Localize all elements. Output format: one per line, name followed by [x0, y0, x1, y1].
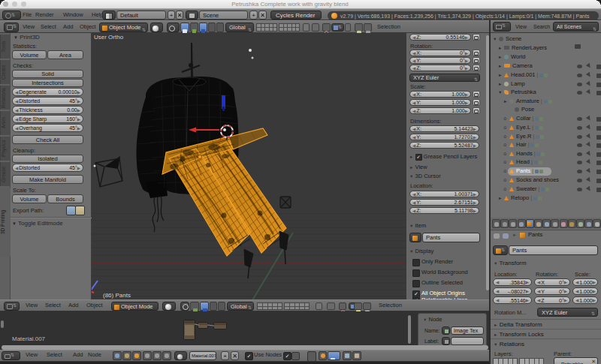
svg-text:User Ortho: User Ortho: [94, 34, 124, 41]
svg-text:(86) Pants: (86) Pants: [103, 292, 131, 299]
